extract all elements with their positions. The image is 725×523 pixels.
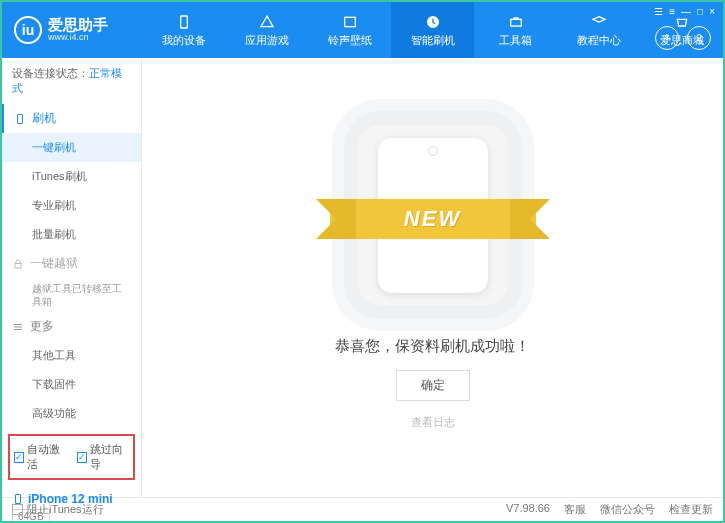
- success-message: 恭喜您，保资料刷机成功啦！: [335, 337, 530, 356]
- checkbox-block-itunes[interactable]: 阻止iTunes运行: [12, 502, 104, 517]
- link-wechat[interactable]: 微信公众号: [600, 502, 655, 517]
- list-icon[interactable]: ≡: [669, 6, 675, 17]
- tab-ringtone-wallpaper[interactable]: 铃声壁纸: [308, 2, 391, 58]
- flash-icon: [424, 13, 442, 31]
- checkbox-icon: [12, 504, 23, 515]
- device-icon: [175, 13, 193, 31]
- sidebar-item-pro-flash[interactable]: 专业刷机: [2, 191, 141, 220]
- svg-rect-0: [180, 16, 187, 28]
- sidebar-item-itunes-flash[interactable]: iTunes刷机: [2, 162, 141, 191]
- main-content: NEW 恭喜您，保资料刷机成功啦！ 确定 查看日志: [142, 58, 723, 497]
- app-subtitle: www.i4.cn: [48, 33, 108, 43]
- account-button[interactable]: [687, 26, 711, 50]
- sidebar-item-advanced[interactable]: 高级功能: [2, 399, 141, 428]
- checkbox-auto-activate[interactable]: ✓自动激活: [14, 442, 67, 472]
- nav-tabs: 我的设备 应用游戏 铃声壁纸 智能刷机 工具箱 教程中心 爱思商城: [142, 2, 723, 58]
- tutorial-icon: [590, 13, 608, 31]
- tab-my-device[interactable]: 我的设备: [142, 2, 225, 58]
- wallpaper-icon: [341, 13, 359, 31]
- connection-status: 设备连接状态：正常模式: [2, 58, 141, 104]
- view-log-link[interactable]: 查看日志: [411, 415, 455, 430]
- tab-apps-games[interactable]: 应用游戏: [225, 2, 308, 58]
- header-circle-buttons: [655, 26, 711, 50]
- tab-tutorial[interactable]: 教程中心: [557, 2, 640, 58]
- close-icon[interactable]: ×: [709, 6, 715, 17]
- window-controls: ☰ ≡ — □ ×: [654, 6, 715, 17]
- download-button[interactable]: [655, 26, 679, 50]
- sidebar-item-batch-flash[interactable]: 批量刷机: [2, 220, 141, 249]
- new-ribbon: NEW: [330, 199, 536, 239]
- lock-icon: [12, 258, 24, 270]
- toolbox-icon: [507, 13, 525, 31]
- svg-rect-1: [344, 17, 355, 26]
- logo-area: iu 爱思助手 www.i4.cn: [2, 16, 142, 44]
- app-header: iu 爱思助手 www.i4.cn 我的设备 应用游戏 铃声壁纸 智能刷机 工具…: [2, 2, 723, 58]
- logo-icon: iu: [14, 16, 42, 44]
- sidebar-item-oneclick-flash[interactable]: 一键刷机: [2, 133, 141, 162]
- menu-icon[interactable]: ☰: [654, 6, 663, 17]
- check-icon: ✓: [77, 452, 87, 463]
- section-more[interactable]: 更多: [2, 312, 141, 341]
- svg-point-3: [697, 35, 701, 39]
- apps-icon: [258, 13, 276, 31]
- jailbreak-note: 越狱工具已转移至工具箱: [2, 278, 141, 312]
- app-title: 爱思助手: [48, 17, 108, 34]
- link-update[interactable]: 检查更新: [669, 502, 713, 517]
- tab-smart-flash[interactable]: 智能刷机: [391, 2, 474, 58]
- minimize-icon[interactable]: —: [681, 6, 691, 17]
- svg-rect-2: [510, 19, 521, 26]
- maximize-icon[interactable]: □: [697, 6, 703, 17]
- svg-rect-4: [18, 114, 23, 123]
- phone-illustration: NEW: [358, 125, 508, 305]
- sidebar-item-download-firmware[interactable]: 下载固件: [2, 370, 141, 399]
- version-label: V7.98.66: [506, 502, 550, 517]
- checkbox-row-highlighted: ✓自动激活 ✓跳过向导: [8, 434, 135, 480]
- section-jailbreak: 一键越狱: [2, 249, 141, 278]
- sidebar: 设备连接状态：正常模式 刷机 一键刷机 iTunes刷机 专业刷机 批量刷机 一…: [2, 58, 142, 497]
- check-icon: ✓: [14, 452, 24, 463]
- section-flash[interactable]: 刷机: [2, 104, 141, 133]
- tab-toolbox[interactable]: 工具箱: [474, 2, 557, 58]
- ok-button[interactable]: 确定: [396, 370, 470, 401]
- sidebar-item-other-tools[interactable]: 其他工具: [2, 341, 141, 370]
- svg-rect-5: [15, 263, 21, 268]
- more-icon: [12, 321, 24, 333]
- link-service[interactable]: 客服: [564, 502, 586, 517]
- phone-icon: [14, 113, 26, 125]
- checkbox-skip-guide[interactable]: ✓跳过向导: [77, 442, 130, 472]
